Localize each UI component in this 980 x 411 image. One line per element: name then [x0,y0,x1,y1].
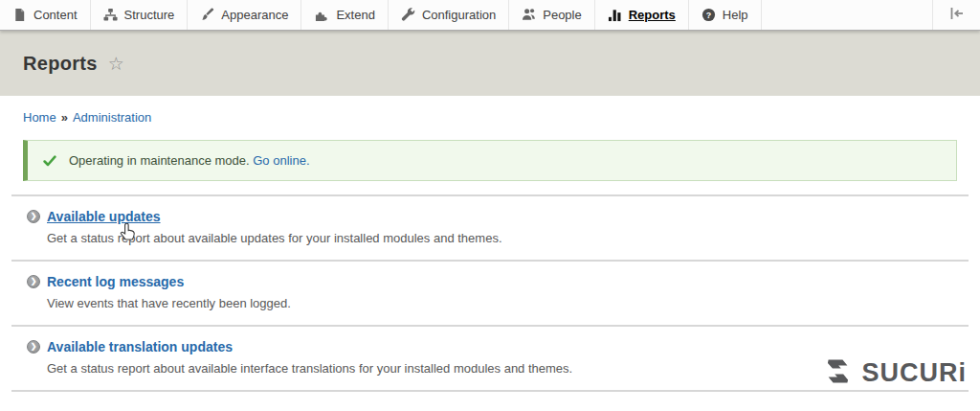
puzzle-icon [314,8,329,22]
toggle-vertical-icon [949,6,965,25]
sucuri-shield-icon [822,355,854,391]
toolbar-item-structure[interactable]: Structure [91,0,189,30]
available-updates-link[interactable]: Available updates [47,209,161,224]
toolbar-item-label: Reports [629,8,676,22]
toolbar-item-label: Appearance [221,8,288,22]
checkmark-icon [43,155,56,167]
maintenance-status-message: Operating in maintenance mode. Go online… [23,140,957,181]
sitemap-icon [103,8,118,22]
page-title: Reports [23,53,98,75]
people-icon [522,8,536,22]
breadcrumb: Home»Administration [23,110,957,125]
report-description: Get a status report about available upda… [47,231,969,245]
toolbar-item-people[interactable]: People [509,0,594,30]
toolbar-item-label: Structure [124,8,175,22]
svg-text:?: ? [706,11,711,20]
toolbar-item-content[interactable]: Content [0,0,91,30]
status-message-text: Operating in maintenance mode. [69,153,250,168]
list-item-recent-log-messages: ❯ Recent log messages View events that h… [0,262,980,325]
paintbrush-icon [200,8,214,22]
toolbar-orientation-toggle[interactable] [932,0,980,30]
sucuri-watermark: SUCURi [822,355,967,391]
chevron-right-icon: ❯ [27,340,40,354]
toolbar-item-label: People [543,8,581,22]
toolbar-item-extend[interactable]: Extend [301,0,388,30]
toolbar-item-help[interactable]: ? Help [689,0,762,30]
recent-log-messages-link[interactable]: Recent log messages [47,274,184,289]
chevron-right-icon: ❯ [27,210,40,223]
page-header: Reports ☆ [0,31,980,96]
bar-chart-icon [608,8,622,22]
toolbar-item-label: Help [723,8,748,22]
toolbar-item-label: Configuration [422,8,496,22]
breadcrumb-link-home[interactable]: Home [23,110,56,125]
toolbar-item-configuration[interactable]: Configuration [389,0,509,30]
report-description: View events that have recently been logg… [47,296,969,310]
toolbar-item-label: Content [33,8,78,22]
list-item-available-updates: ❯ Available updates Get a status report … [0,196,980,260]
sucuri-brand-text: SUCURi [861,358,967,388]
status-text: Operating in maintenance mode. Go online… [69,153,310,168]
admin-toolbar: Content Structure Appearance Extend Conf… [0,0,980,31]
toolbar-spacer [762,0,932,30]
toolbar-item-appearance[interactable]: Appearance [188,0,301,30]
breadcrumb-link-administration[interactable]: Administration [73,110,151,125]
go-online-link[interactable]: Go online. [253,153,309,168]
chevron-right-icon: ❯ [27,275,40,288]
toolbar-item-label: Extend [336,8,374,22]
available-translation-updates-link[interactable]: Available translation updates [47,339,233,354]
file-icon [12,8,27,22]
toolbar-item-reports[interactable]: Reports [595,0,689,30]
help-icon: ? [702,8,716,22]
star-icon[interactable]: ☆ [108,55,124,73]
wrench-icon [401,8,415,22]
breadcrumb-separator: » [61,110,68,125]
